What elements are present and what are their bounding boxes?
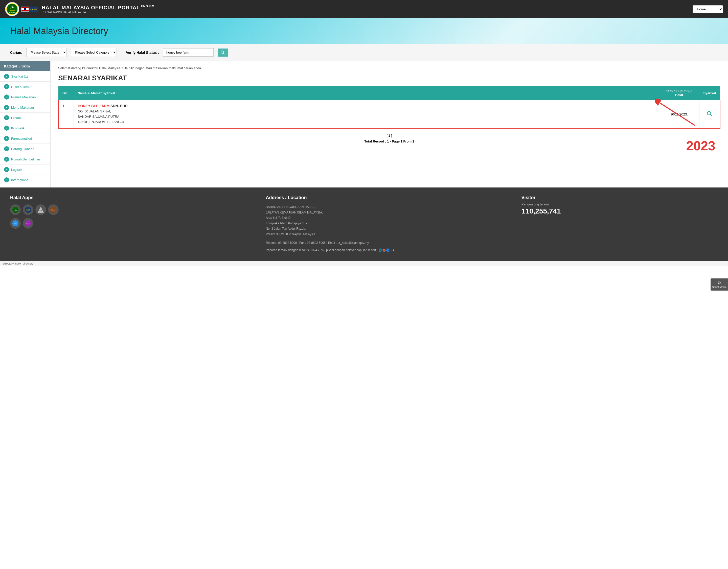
welcome-text: Selamat datang ke direktori Halal Malays…	[58, 66, 720, 70]
search-bar: Carian: Please Select State Please Selec…	[0, 44, 728, 61]
svg-text:HALAL: HALAL	[51, 209, 55, 211]
sidebar-item-syarikat[interactable]: ✓ Syarikat (1)	[0, 71, 50, 82]
visitor-title: Visitor	[521, 195, 718, 200]
svg-point-4	[221, 51, 223, 53]
sidebar-label-international: International	[11, 178, 29, 182]
portal-title: HALAL MALAYSIA OFFICIAL PORTALENG BM	[42, 5, 689, 11]
sidebar-item-barang[interactable]: ✓ Barang Gunaan	[0, 144, 50, 154]
company-address: NO. 60 JALAN SP 8/4, BANDAR SAUJANA PUTR…	[78, 109, 655, 125]
search-icon	[221, 51, 225, 55]
sidebar-label-produk: Produk	[11, 116, 21, 120]
sidebar-item-produk[interactable]: ✓ Produk	[0, 113, 50, 123]
check-icon-produk: ✓	[4, 115, 9, 120]
check-icon-menu: ✓	[4, 105, 9, 110]
address-line3: 42610 JENJAROM, SELANGOR	[78, 120, 655, 125]
sidebar-item-farmaseutikal[interactable]: ✓ Farmaseutikal	[0, 133, 50, 144]
svg-text:JAKIM: JAKIM	[26, 209, 31, 211]
annotation-area: 2023	[58, 148, 720, 179]
footer-logo-6: LOGO	[23, 218, 33, 229]
visitor-count: 110,255,741	[521, 207, 718, 215]
sidebar-item-menu[interactable]: ✓ Menu Makanan	[0, 102, 50, 113]
row-bil: 1.	[58, 100, 74, 128]
sidebar-label-kosmetik: Kosmetik	[11, 126, 25, 130]
sidebar: Kategori / Skim ✓ Syarikat (1) ✓ Hotel &…	[0, 61, 51, 188]
svg-text:LOGO: LOGO	[14, 223, 17, 224]
jakim-logo: JAKIM	[29, 7, 38, 12]
header: حلال HALAL MALAYSIA JAKIM HALAL MALAYSIA…	[0, 0, 728, 18]
results-table: Bil Nama & Alamat Syarikat Tarikh Luput …	[58, 86, 720, 129]
sidebar-label-farmaseutikal: Farmaseutikal	[11, 137, 32, 141]
footer-contact: Telefon : 03-8892 5000 | Fax : 03-8892 5…	[266, 240, 511, 246]
check-icon-syarikat: ✓	[4, 74, 9, 79]
footer-logo-4: HALAL	[48, 205, 59, 215]
category-select[interactable]: Please Select Category	[71, 48, 117, 57]
pagination: [ 1 ]	[58, 134, 720, 138]
check-icon-logistik: ✓	[4, 167, 9, 172]
sidebar-label-logistik: Logistik	[11, 168, 22, 172]
svg-line-9	[660, 103, 695, 126]
svg-point-0	[7, 4, 18, 15]
check-icon-rumah: ✓	[4, 157, 9, 162]
svg-text:LOGO: LOGO	[26, 223, 30, 224]
footer-resolution: Paparan terbaik dengan resolusi 1024 x 7…	[266, 248, 511, 253]
sidebar-label-hotel: Hotel & Resort	[11, 85, 33, 89]
carian-label: Carian:	[10, 51, 22, 55]
address-line2: BANDAR SAUJANA PUTRA	[78, 114, 655, 120]
check-icon-premis: ✓	[4, 95, 9, 100]
lang-toggle[interactable]: ENG BM	[141, 5, 154, 8]
th-bil: Bil	[58, 86, 74, 100]
sidebar-item-international[interactable]: ✓ International	[0, 175, 50, 185]
svg-text:MALAYSIA: MALAYSIA	[9, 11, 15, 13]
detail-search-icon	[707, 111, 712, 117]
header-nav[interactable]: Home	[693, 5, 723, 13]
footer-logo-3: CCM	[35, 205, 46, 215]
sidebar-label-syarikat: Syarikat (1)	[11, 75, 28, 78]
footer-logos: حلال JAKIM CCM HALAL	[10, 205, 256, 215]
main-content: Kategori / Skim ✓ Syarikat (1) ✓ Hotel &…	[0, 61, 728, 188]
check-icon-international: ✓	[4, 177, 9, 183]
svg-text:CCM: CCM	[39, 210, 42, 212]
detail-search-button[interactable]	[707, 111, 712, 118]
sidebar-item-premis[interactable]: ✓ Premis Makanan	[0, 92, 50, 102]
footer-apps-title: Halal Apps	[10, 195, 256, 200]
portal-subtitle: PORTAL RASMI HALAL MALAYSIA	[42, 11, 689, 14]
header-title: HALAL MALAYSIA OFFICIAL PORTALENG BM POR…	[42, 5, 689, 14]
footer-visitor: Visitor Pengunjung terkini : 110,255,741	[521, 195, 718, 253]
footer-logo-5: LOGO	[10, 218, 21, 229]
state-select[interactable]: Please Select State	[26, 48, 67, 57]
halal-logo: حلال HALAL MALAYSIA	[5, 2, 19, 16]
sidebar-item-rumah[interactable]: ✓ Rumah Sembelihan	[0, 154, 50, 165]
svg-text:حلال: حلال	[10, 6, 14, 9]
sidebar-item-logistik[interactable]: ✓ Logistik	[0, 165, 50, 175]
check-icon-barang: ✓	[4, 146, 9, 151]
footer-halal-apps: Halal Apps حلال JAKIM CCM	[10, 195, 256, 253]
pengunjung-label: Pengunjung terkini :	[521, 203, 718, 206]
company-highlight: HONEY BEE FARM	[78, 104, 110, 108]
svg-line-7	[710, 115, 712, 116]
sidebar-header: Kategori / Skim	[0, 61, 50, 71]
footer-logo-2: JAKIM	[23, 205, 33, 215]
hero-banner: Halal Malaysia Directory	[0, 18, 728, 44]
section-title: SENARAI SYARIKAT	[58, 74, 720, 82]
sidebar-item-hotel[interactable]: ✓ Hotel & Resort	[0, 82, 50, 92]
year-annotation: 2023	[686, 138, 715, 153]
annotation-arrow	[655, 98, 705, 128]
search-input[interactable]	[163, 48, 214, 57]
nav-dropdown[interactable]: Home	[693, 5, 723, 13]
status-bar: directory/index_directory	[0, 261, 728, 266]
row-company: HONEY BEE FARM SDN. BHD. NO. 60 JALAN SP…	[74, 100, 659, 128]
search-button[interactable]	[218, 49, 228, 57]
company-rest: SDN. BHD.	[109, 104, 128, 108]
th-name: Nama & Alamat Syarikat	[74, 86, 659, 100]
total-record: Total Record : 1 - Page 1 From 1	[58, 140, 720, 143]
footer-address-lines: BAHAGIAN PENGURUSAN HALAL, JABATAN KEMAJ…	[266, 205, 511, 237]
footer-logo-1: حلال	[10, 205, 21, 215]
header-logos: حلال HALAL MALAYSIA JAKIM	[5, 2, 38, 16]
svg-marker-14	[38, 207, 44, 213]
right-content: Selamat datang ke direktori Halal Malays…	[51, 61, 728, 188]
sidebar-item-kosmetik[interactable]: ✓ Kosmetik	[0, 123, 50, 133]
status-url: directory/index_directory	[3, 262, 33, 265]
company-name: HONEY BEE FARM SDN. BHD.	[78, 104, 655, 108]
footer-address-title: Address / Location	[266, 195, 511, 200]
sidebar-label-menu: Menu Makanan	[11, 106, 34, 109]
